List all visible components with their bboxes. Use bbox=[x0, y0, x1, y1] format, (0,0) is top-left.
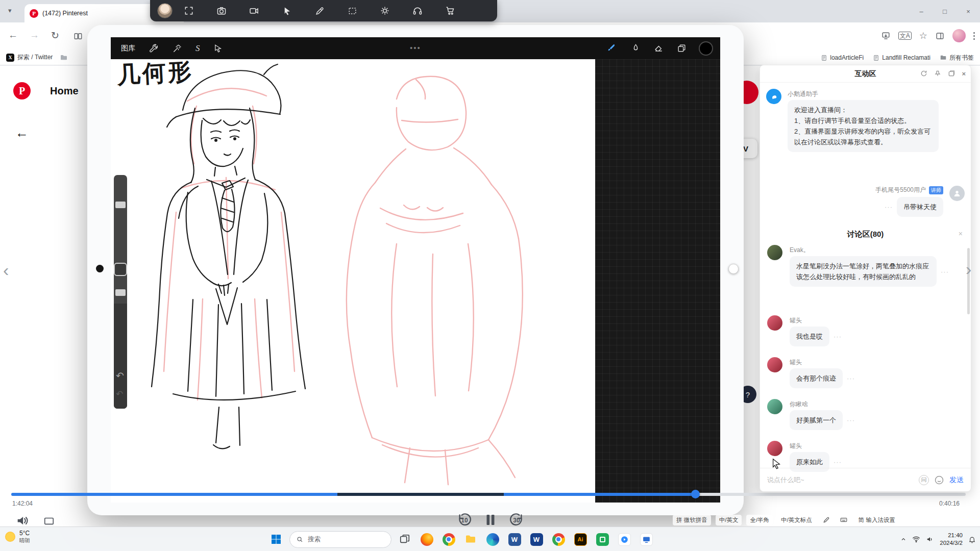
task-view-icon[interactable] bbox=[396, 531, 413, 548]
redo-icon[interactable]: ↶ bbox=[116, 389, 123, 399]
progress-handle[interactable] bbox=[691, 490, 700, 498]
headset-icon[interactable] bbox=[401, 0, 434, 21]
window-maximize-button[interactable]: □ bbox=[933, 0, 957, 22]
taskbar-search[interactable]: 搜索 bbox=[289, 531, 391, 548]
smudge-tool-icon[interactable] bbox=[631, 43, 641, 53]
ime-width-toggle[interactable]: 全/半角 bbox=[746, 515, 773, 525]
send-button[interactable]: 发送 bbox=[949, 475, 964, 485]
gallery-button[interactable]: 图库 bbox=[121, 44, 135, 53]
start-button[interactable] bbox=[267, 531, 285, 548]
prev-chevron-icon[interactable]: ‹ bbox=[3, 260, 9, 280]
taskbar-app-chrome[interactable] bbox=[440, 531, 457, 548]
taskbar-app-green[interactable] bbox=[594, 531, 611, 548]
pin-icon[interactable] bbox=[934, 70, 941, 78]
volume-icon[interactable] bbox=[15, 513, 30, 528]
back-icon[interactable]: ← bbox=[8, 30, 18, 41]
profile-avatar[interactable] bbox=[952, 29, 966, 42]
toolbar-avatar[interactable] bbox=[157, 3, 173, 18]
undo-icon[interactable]: ↶ bbox=[116, 370, 124, 382]
more-icon[interactable]: ··· bbox=[847, 374, 855, 382]
ime-punct-toggle[interactable]: 中/英文标点 bbox=[777, 515, 816, 525]
cart-icon[interactable] bbox=[434, 0, 467, 21]
tray-chevron-icon[interactable] bbox=[900, 536, 906, 542]
wifi-icon[interactable] bbox=[912, 535, 920, 543]
taskbar-app-meeting[interactable] bbox=[616, 531, 633, 548]
left-side-dot[interactable] bbox=[96, 265, 104, 272]
bookmark-folder-icon[interactable] bbox=[60, 54, 68, 62]
more-icon[interactable]: ··· bbox=[847, 416, 855, 424]
chat-input[interactable] bbox=[767, 476, 914, 484]
more-icon[interactable]: ··· bbox=[941, 268, 949, 276]
side-panel-icon[interactable] bbox=[935, 31, 945, 41]
screenshot-camera-icon[interactable] bbox=[205, 0, 238, 21]
pin-back-arrow-icon[interactable]: ← bbox=[15, 125, 29, 141]
split-view-icon[interactable] bbox=[74, 32, 83, 41]
popout-icon[interactable] bbox=[948, 70, 955, 78]
actions-wrench-icon[interactable] bbox=[149, 43, 159, 54]
bookmark-landfill[interactable]: Landfill Reclamati bbox=[873, 54, 930, 61]
taskbar-clock[interactable]: 21:40 2024/3/2 bbox=[940, 532, 963, 547]
fullscreen-icon[interactable] bbox=[173, 0, 205, 21]
ime-pen-icon[interactable] bbox=[820, 515, 832, 525]
taskbar-app-illustrator[interactable]: Ai bbox=[572, 531, 589, 548]
taskbar-app-firefox[interactable] bbox=[418, 531, 435, 548]
settings-gear-icon[interactable] bbox=[369, 0, 401, 21]
pen-annotate-icon[interactable] bbox=[303, 0, 336, 21]
drawing-canvas[interactable]: 几何形 bbox=[111, 59, 595, 503]
adjustments-wand-icon[interactable] bbox=[172, 43, 182, 54]
brush-tool-icon[interactable] bbox=[607, 43, 618, 54]
refresh-icon[interactable] bbox=[920, 70, 927, 78]
taskbar-app-explorer[interactable] bbox=[462, 531, 479, 548]
selection-box-icon[interactable] bbox=[336, 0, 369, 21]
theater-mode-icon[interactable] bbox=[43, 515, 55, 527]
bookmark-twitter[interactable]: 探索 / Twitter bbox=[17, 53, 53, 62]
ime-pinyin[interactable]: 拼 微软拼音 bbox=[673, 515, 711, 525]
taskbar-app-word[interactable]: W bbox=[506, 531, 523, 548]
more-icon[interactable]: ··· bbox=[834, 333, 842, 340]
opacity-handle[interactable] bbox=[115, 289, 126, 296]
video-frame[interactable]: 图库 S ••• bbox=[87, 25, 744, 515]
taskbar-app-chrome2[interactable] bbox=[550, 531, 567, 548]
close-panel-icon[interactable]: × bbox=[962, 70, 966, 78]
reload-icon[interactable]: ↻ bbox=[51, 30, 59, 41]
taskbar-app-edge[interactable] bbox=[484, 531, 501, 548]
bookmark-article[interactable]: loadArticleFi bbox=[821, 54, 864, 61]
taskbar-app-word2[interactable]: W bbox=[528, 531, 545, 548]
ask-question-button[interactable]: 问 bbox=[919, 475, 929, 485]
modify-square-button[interactable] bbox=[114, 263, 127, 276]
more-icon[interactable]: ··· bbox=[885, 203, 893, 211]
layers-icon[interactable] bbox=[677, 43, 687, 53]
taskbar-app-display[interactable] bbox=[638, 531, 655, 548]
chat-scrollbar[interactable] bbox=[967, 248, 970, 314]
color-swatch[interactable] bbox=[700, 42, 712, 55]
next-chevron-icon[interactable]: › bbox=[966, 259, 971, 279]
video-progress-bar[interactable] bbox=[11, 493, 966, 496]
pinterest-logo[interactable]: P bbox=[13, 82, 31, 99]
cast-icon[interactable] bbox=[881, 31, 891, 41]
tab-search-icon[interactable]: ▾ bbox=[8, 7, 12, 14]
eraser-tool-icon[interactable] bbox=[654, 43, 664, 53]
all-bookmarks[interactable]: 所有书签 bbox=[940, 54, 974, 62]
cursor-icon[interactable] bbox=[271, 0, 303, 21]
screen-record-icon[interactable] bbox=[238, 0, 271, 21]
ime-lang-toggle[interactable]: 中/英文 bbox=[716, 515, 742, 525]
notification-bell-icon[interactable] bbox=[968, 536, 976, 543]
selection-icon[interactable]: S bbox=[195, 43, 200, 54]
volume-tray-icon[interactable] bbox=[926, 535, 934, 543]
forward-icon[interactable]: → bbox=[30, 30, 39, 41]
taskbar-weather[interactable]: 5°C 晴朗 bbox=[5, 530, 30, 544]
pinterest-home-tab[interactable]: Home bbox=[50, 85, 79, 97]
translate-icon[interactable]: 文A bbox=[898, 32, 912, 40]
window-close-button[interactable]: × bbox=[957, 0, 980, 22]
transform-arrow-icon[interactable] bbox=[213, 44, 223, 53]
ime-keyboard-icon[interactable] bbox=[837, 515, 850, 525]
emoji-icon[interactable] bbox=[934, 475, 944, 485]
window-minimize-button[interactable]: – bbox=[910, 0, 933, 22]
more-icon[interactable]: ··· bbox=[834, 458, 842, 466]
browser-menu-icon[interactable] bbox=[973, 32, 975, 40]
ime-settings[interactable]: 简 输入法设置 bbox=[855, 515, 899, 525]
discussion-close-icon[interactable]: × bbox=[959, 230, 963, 238]
pause-button[interactable] bbox=[483, 512, 498, 528]
right-side-dot[interactable] bbox=[728, 264, 739, 274]
bookmark-star-icon[interactable]: ☆ bbox=[919, 30, 927, 41]
